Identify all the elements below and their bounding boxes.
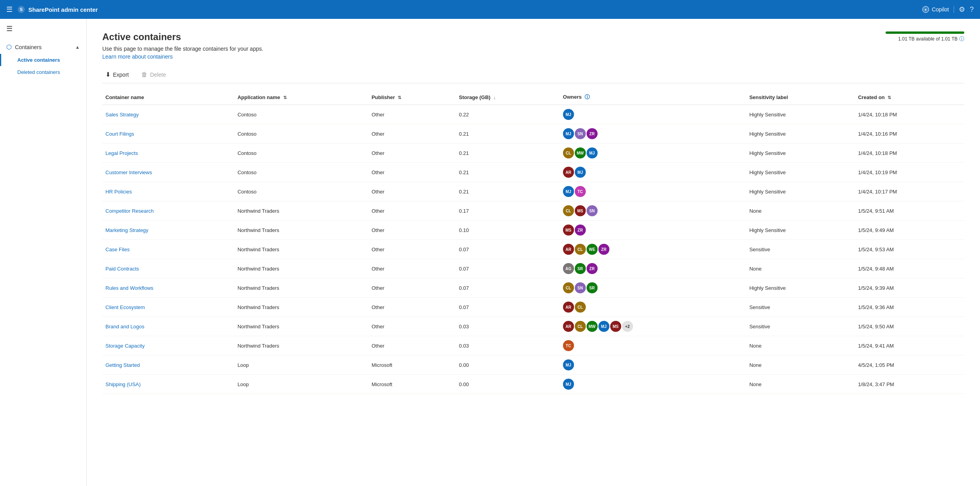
cell-publisher: Other — [368, 221, 456, 240]
cell-app-name: Northwind Traders — [234, 317, 369, 336]
cell-container-name[interactable]: Court Filings — [102, 124, 234, 144]
cell-owners: MJ — [560, 105, 746, 124]
topbar-hamburger[interactable]: ☰ — [6, 5, 13, 14]
copilot-button[interactable]: ✦ Copilot — [922, 6, 954, 13]
cell-container-name[interactable]: Getting Started — [102, 355, 234, 375]
col-publisher[interactable]: Publisher ⇅ — [368, 90, 456, 105]
cell-storage: 0.21 — [456, 144, 560, 163]
settings-icon[interactable]: ⚙ — [959, 5, 965, 14]
avatar: SR — [575, 263, 586, 274]
topbar: ☰ S SharePoint admin center ✦ Copilot ⚙ … — [0, 0, 980, 19]
storage-info-icon[interactable]: ⓘ — [959, 35, 964, 42]
cell-app-name: Contoso — [234, 124, 369, 144]
cell-app-name: Loop — [234, 375, 369, 394]
cell-container-name[interactable]: Rules and Workflows — [102, 278, 234, 298]
cell-publisher: Microsoft — [368, 355, 456, 375]
cell-container-name[interactable]: Competitor Research — [102, 201, 234, 221]
cell-owners: CLMWMJ — [560, 144, 746, 163]
table-row: Getting StartedLoopMicrosoft0.00MJNone4/… — [102, 355, 964, 375]
cell-created-on: 4/5/24, 1:05 PM — [855, 355, 964, 375]
cell-owners: ARCL — [560, 298, 746, 317]
storage-bar-fill — [886, 31, 964, 34]
cell-sensitivity: Highly Sensitive — [746, 163, 855, 182]
avatar: SN — [575, 282, 586, 293]
avatar: AR — [563, 302, 574, 313]
cell-container-name[interactable]: Sales Strategy — [102, 105, 234, 124]
avatar: MS — [563, 225, 574, 236]
cell-app-name: Northwind Traders — [234, 221, 369, 240]
svg-text:S: S — [20, 7, 22, 12]
cell-publisher: Other — [368, 144, 456, 163]
cell-container-name[interactable]: HR Policies — [102, 182, 234, 201]
deleted-containers-label: Deleted containers — [17, 69, 60, 75]
cell-owners: TC — [560, 336, 746, 355]
main-content: Active containers Use this page to manag… — [87, 19, 980, 486]
table-row: Competitor ResearchNorthwind TradersOthe… — [102, 201, 964, 221]
cell-storage: 0.21 — [456, 163, 560, 182]
publisher-sort-icon: ⇅ — [398, 95, 401, 100]
cell-container-name[interactable]: Case Files — [102, 240, 234, 259]
cell-owners: MJTC — [560, 182, 746, 201]
cell-container-name[interactable]: Client Ecosystem — [102, 298, 234, 317]
cell-sensitivity: Sensitive — [746, 240, 855, 259]
containers-icon: ⬡ — [6, 43, 12, 51]
avatar-group: MJTC — [563, 186, 743, 197]
learn-more-link[interactable]: Learn more about containers — [102, 53, 173, 60]
cell-storage: 0.00 — [456, 375, 560, 394]
cell-container-name[interactable]: Shipping (USA) — [102, 375, 234, 394]
col-app-name[interactable]: Application name ⇅ — [234, 90, 369, 105]
help-icon[interactable]: ? — [970, 6, 974, 14]
avatar: ZR — [575, 225, 586, 236]
avatar: CL — [575, 321, 586, 332]
avatar-group: CLMWMJ — [563, 147, 743, 158]
cell-storage: 0.07 — [456, 278, 560, 298]
col-storage[interactable]: Storage (GB) ↓ — [456, 90, 560, 105]
cell-sensitivity: None — [746, 355, 855, 375]
cell-container-name[interactable]: Paid Contracts — [102, 259, 234, 278]
page-title: Active containers — [102, 31, 263, 42]
cell-created-on: 1/5/24, 9:36 AM — [855, 298, 964, 317]
cell-owners: MSZR — [560, 221, 746, 240]
delete-label: Delete — [150, 72, 166, 78]
cell-container-name[interactable]: Storage Capacity — [102, 336, 234, 355]
cell-app-name: Contoso — [234, 105, 369, 124]
cell-container-name[interactable]: Marketing Strategy — [102, 221, 234, 240]
avatar: MJ — [563, 128, 574, 139]
sidebar-item-active-containers[interactable]: Active containers — [0, 54, 86, 66]
avatar: MJ — [587, 147, 598, 158]
cell-storage: 0.03 — [456, 317, 560, 336]
containers-table: Container name Application name ⇅ Publis… — [102, 90, 964, 394]
owners-info-icon[interactable]: ⓘ — [585, 94, 590, 100]
storage-sort-icon: ↓ — [493, 95, 496, 100]
cell-container-name[interactable]: Customer Interviews — [102, 163, 234, 182]
avatar: CL — [575, 244, 586, 255]
sidebar-item-deleted-containers[interactable]: Deleted containers — [0, 66, 86, 78]
table-row: Shipping (USA)LoopMicrosoft0.00MJNone1/8… — [102, 375, 964, 394]
avatar-group: ARCL — [563, 302, 743, 313]
cell-publisher: Other — [368, 336, 456, 355]
cell-owners: MJSNZR — [560, 124, 746, 144]
sidebar-section: ⬡ Containers ▲ Active containers Deleted… — [0, 39, 86, 80]
avatar-group: MJ — [563, 359, 743, 370]
export-button[interactable]: ⬇ Export — [102, 69, 132, 80]
delete-button[interactable]: 🗑 Delete — [138, 70, 169, 80]
avatar: MS — [575, 205, 586, 216]
cell-container-name[interactable]: Brand and Logos — [102, 317, 234, 336]
cell-sensitivity: Highly Sensitive — [746, 144, 855, 163]
table-row: Sales StrategyContosoOther0.22MJHighly S… — [102, 105, 964, 124]
cell-created-on: 1/4/24, 10:17 PM — [855, 182, 964, 201]
cell-app-name: Loop — [234, 355, 369, 375]
table-row: Customer InterviewsContosoOther0.21ARMJH… — [102, 163, 964, 182]
table-row: Storage CapacityNorthwind TradersOther0.… — [102, 336, 964, 355]
cell-storage: 0.07 — [456, 240, 560, 259]
avatar: ZR — [587, 128, 598, 139]
avatar-group: ARMJ — [563, 167, 743, 178]
col-created-on[interactable]: Created on ⇅ — [855, 90, 964, 105]
cell-app-name: Northwind Traders — [234, 259, 369, 278]
cell-owners: ARCLMWMJMS+2 — [560, 317, 746, 336]
sidebar-hamburger[interactable]: ☰ — [0, 19, 86, 39]
avatar: TC — [575, 186, 586, 197]
sidebar-item-containers[interactable]: ⬡ Containers ▲ — [0, 40, 86, 54]
cell-container-name[interactable]: Legal Projects — [102, 144, 234, 163]
avatar: MS — [610, 321, 621, 332]
